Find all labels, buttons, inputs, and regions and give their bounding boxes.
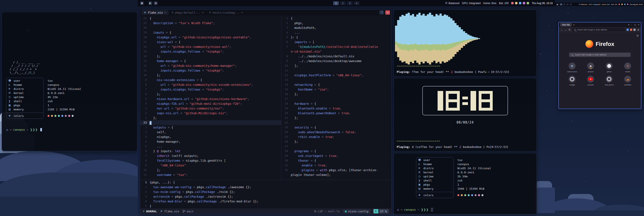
tab-close-icon[interactable]: × <box>202 11 204 14</box>
clock-window[interactable]: 08/08/24 ======================> Playing… <box>394 78 537 151</box>
editor-pane-flake[interactable]: 22{21 description = "tux's NixOS Flake";… <box>140 15 281 180</box>
line-number: 11 <box>281 68 291 73</box>
shortcut-chatgpt[interactable]: chatgpt <box>565 76 579 86</box>
code-text: bluetooth.powerOnBoot = true; <box>291 111 351 116</box>
volume-tray-icon[interactable] <box>622 4 623 5</box>
tab-new-tab[interactable]: New Tab <box>560 23 572 27</box>
network-tray-icon[interactable] <box>519 2 521 4</box>
clock[interactable]: Thu Aug 08, 18:18 <box>630 4 643 6</box>
editor-pane-iso[interactable]: 1{2 pkgs,3 modulesPath,4 ...5}: {6 impor… <box>281 15 391 180</box>
shortcut-youtube[interactable]: youtube <box>584 76 598 86</box>
bluetooth-tray-icon[interactable] <box>523 2 525 4</box>
workspace-button-3[interactable]: 3 <box>566 4 569 6</box>
workspace-button-2[interactable]: 2 <box>563 4 566 6</box>
pinned-app-icon-2[interactable]: ▤ <box>154 1 158 5</box>
code-text: inputs.nixpkgs.follows = "nixpkgs"; <box>150 68 224 73</box>
workspace-button-4[interactable]: 4 <box>354 1 360 5</box>
extension-icon-red[interactable] <box>630 29 632 31</box>
media-tray-icon[interactable] <box>618 4 620 5</box>
maximize-button[interactable]: □ <box>634 24 636 26</box>
clock-digit-8 <box>446 91 460 111</box>
tab-flake-nix[interactable]: ❄ flake.nix × <box>142 10 168 15</box>
forward-button[interactable]: → <box>564 29 567 31</box>
mode-label: NORMAL <box>146 210 157 213</box>
info-label: uptime <box>14 95 43 99</box>
personalize-gear-icon[interactable]: ⚙ <box>636 34 639 37</box>
media-tray-icon[interactable] <box>511 2 514 4</box>
cursor <box>40 128 42 131</box>
tab-pkgs-default[interactable]: ❄ pkgs/default... × <box>169 10 206 15</box>
workspace-button-3[interactable]: 3 <box>347 1 352 5</box>
info-label: uptime <box>424 175 453 178</box>
shortcut-github[interactable]: github <box>602 63 616 73</box>
launcher-icon[interactable]: ▦ <box>556 3 558 6</box>
info-label: colors <box>424 193 453 197</box>
extension-icon-grey[interactable] <box>634 29 636 31</box>
shortcut-chat.openai[interactable]: chat.openai <box>602 76 616 86</box>
status-area: P: BalancedGPU: IntegratedHome: 8msBat: … <box>445 2 553 5</box>
line-number: 19 <box>281 106 291 111</box>
openai-glyph <box>607 77 611 81</box>
visualizer-bar <box>531 12 533 66</box>
url-bar[interactable]: Search with Google or enter address <box>572 28 625 32</box>
visualizer-bar <box>422 12 425 66</box>
launcher-icon[interactable]: ▦ <box>140 1 144 5</box>
editor-float-toggle-button[interactable]: ❐ <box>379 10 384 15</box>
bluetooth-tray-icon[interactable] <box>627 4 628 5</box>
vpn-tray-icon[interactable] <box>527 2 529 4</box>
code-line: 28 programs = { <box>281 149 391 153</box>
pinned-app-icon-1[interactable]: ◧ <box>148 1 152 5</box>
visualizer-window[interactable]: ======================> Playing:ffee for… <box>394 10 537 76</box>
distro-icon: ❄ <box>6 87 14 91</box>
volume-tray-icon[interactable] <box>515 2 518 4</box>
info-row-user: ☻usertux <box>6 79 133 83</box>
editor-close-button[interactable]: × <box>385 10 390 15</box>
firefox-window[interactable]: New Tab + ▾–□× ← → ↻ Search with Google … <box>558 22 642 109</box>
extension-icon-blue[interactable] <box>626 29 629 31</box>
code-text: tux-nvim-config = pkgs.callPackage ./nvi… <box>150 189 235 194</box>
code-text: nur.url = "github:nix-community/nur"; <box>150 106 224 111</box>
line-number: 2 <box>140 130 150 134</box>
minimize-button[interactable]: – <box>631 24 632 26</box>
chevron-down-icon[interactable]: ▾ <box>628 24 629 26</box>
code-line: 19 inputs = { <box>140 30 281 35</box>
tab-hosts-isoimage[interactable]: ❄ hosts/isoImag... × <box>206 10 245 15</box>
workspace-button-1[interactable]: 1 <box>333 1 339 5</box>
menu-button[interactable]: ☰ <box>637 29 639 31</box>
code-text: home-manager, <box>150 139 180 144</box>
info-label: kernel <box>424 170 453 174</box>
shortcut-claude[interactable]: ✳claude <box>620 63 635 73</box>
git-branch-icon <box>183 210 185 213</box>
editor-pane-pkgs[interactable]: 1{pkgs, ...}: {1 tux-awesome-wm-config =… <box>140 180 391 208</box>
prompt-host: canopus <box>404 208 416 211</box>
workspace-button-1[interactable]: 1 <box>560 4 562 6</box>
tab-label: New Tab <box>562 24 570 26</box>
shortcut-cloudflare[interactable]: ☁cloudflare <box>620 76 635 86</box>
firefox-wordmark: Firefox <box>596 41 614 47</box>
search-input[interactable]: Search with Google or enter address <box>569 53 631 57</box>
reload-button[interactable]: ↻ <box>569 29 570 31</box>
editor-window[interactable]: ❄ flake.nix × ❄ pkgs/default... × ❄ host… <box>140 10 392 214</box>
visualizer-bar <box>533 12 535 66</box>
visualizer-bar <box>431 12 433 66</box>
code-text: plugins = with pkgs.xfce; [thunar-archiv… <box>291 168 378 172</box>
workspace-button-4[interactable]: 4 <box>570 4 572 6</box>
statusline-git-branch: main <box>183 210 194 213</box>
close-button[interactable]: × <box>638 24 640 26</box>
workspace-button-2[interactable]: 2 <box>340 1 346 5</box>
shortcut-search.nixos[interactable]: ❄search.nixos <box>565 63 579 73</box>
code-text: modulesPath, <box>291 26 316 30</box>
back-button[interactable]: ← <box>560 29 563 31</box>
network-tray-icon[interactable] <box>624 4 626 5</box>
clock[interactable]: Thu Aug 08, 18:18 <box>532 2 553 5</box>
terminal-window[interactable]: / /_ __ ___ __ / __/ / / / |/_/ / /_/ /_… <box>2 12 137 151</box>
shell-prompt[interactable]: ⌂→canopus~❯❯❯ <box>6 128 133 131</box>
tab-close-icon[interactable]: × <box>241 11 243 14</box>
new-tab-button[interactable]: + <box>573 24 574 26</box>
shell-prompt[interactable]: ⌂→canopus~❯❯❯ <box>397 208 433 211</box>
shortcut-amazon[interactable]: aamazon <box>584 63 598 73</box>
tab-close-icon[interactable]: × <box>164 11 166 14</box>
now-playing-song: d (coffee for your head) ** <box>412 145 458 148</box>
status-power-profile: P: Balanced <box>579 4 588 6</box>
fetch-window[interactable]: ☻usertux⌂hnamecanopus❄distroNixOS 24.11 … <box>394 153 537 214</box>
